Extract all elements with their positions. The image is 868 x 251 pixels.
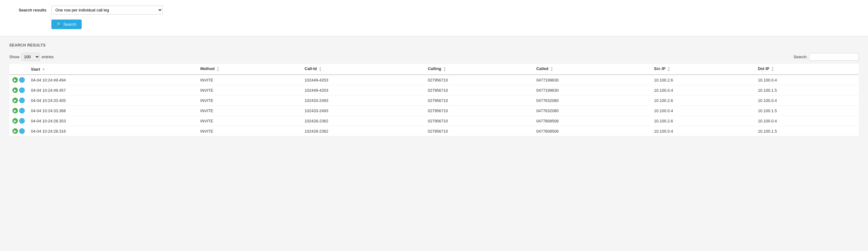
info-icon[interactable]: ⓘ [19,87,25,93]
table-row: ▶ ⓘ 04-04 10:24:33.368INVITE102433-24930… [9,106,859,116]
cell-method: INVITE [197,95,301,106]
table-row: ▶ ⓘ 04-04 10:24:49.457INVITE102449-42030… [9,85,859,95]
col-method[interactable]: Method ▲▼ [197,64,301,75]
row-actions: ▶ ⓘ [9,75,28,85]
sort-called-icon: ▲▼ [550,66,553,72]
cell-call_id: 102428-2362 [302,126,425,136]
cell-called: 0477632080 [533,95,651,106]
play-icon[interactable]: ▶ [12,77,18,83]
cell-src_ip: 10.100.2.6 [651,95,755,106]
row-actions: ▶ ⓘ [9,95,28,106]
table-controls: Show 10 25 50 100 entries Search: [9,53,859,61]
search-label: Search: [794,55,807,59]
col-start[interactable]: Start ▼ [28,64,197,75]
search-button-label: Search [63,22,76,27]
play-icon[interactable]: ▶ [12,97,18,103]
table-row: ▶ ⓘ 04-04 10:24:33.405INVITE102433-24930… [9,95,859,106]
sort-srcip-icon: ▲▼ [668,66,670,72]
cell-called: 0477199630 [533,75,651,85]
row-actions: ▶ ⓘ [9,85,28,95]
cell-start: 04-04 10:24:49.494 [28,75,197,85]
row-actions: ▶ ⓘ [9,126,28,136]
cell-src_ip: 10.100.2.6 [651,116,755,126]
cell-start: 04-04 10:24:28.316 [28,126,197,136]
col-srcip[interactable]: Src IP ▲▼ [651,64,755,75]
sort-calling-icon: ▲▼ [443,66,446,72]
cell-start: 04-04 10:24:49.457 [28,85,197,95]
row-actions: ▶ ⓘ [9,106,28,116]
cell-start: 04-04 10:24:33.368 [28,106,197,116]
row-actions: ▶ ⓘ [9,116,28,126]
col-called[interactable]: Called ▲▼ [533,64,651,75]
cell-method: INVITE [197,116,301,126]
col-calling[interactable]: Calling ▲▼ [425,64,533,75]
cell-src_ip: 10.100.0.4 [651,85,755,95]
cell-src_ip: 10.100.2.6 [651,75,755,85]
info-icon[interactable]: ⓘ [19,118,25,123]
search-btn-row: 🔍 Search [9,20,859,29]
table-search-input[interactable] [809,53,859,61]
cell-calling: 027956710 [425,95,533,106]
show-label: Show [9,55,20,59]
cell-dst_ip: 10.100.1.5 [755,85,859,95]
cell-calling: 027956710 [425,85,533,95]
cell-dst_ip: 10.100.0.4 [755,95,859,106]
table-header-row: Start ▼ Method ▲▼ Call-Id ▲▼ Calling ▲▼ [9,64,859,75]
show-entries: Show 10 25 50 100 entries [9,53,54,61]
table-row: ▶ ⓘ 04-04 10:24:28.353INVITE102428-23620… [9,116,859,126]
search-results-dropdown[interactable]: One row per individual call legOne row p… [51,6,163,15]
info-icon[interactable]: ⓘ [19,77,25,83]
cell-calling: 027956710 [425,126,533,136]
top-section: Search results One row per individual ca… [0,0,868,36]
cell-call_id: 102433-2493 [302,106,425,116]
cell-src_ip: 10.100.0.4 [651,106,755,116]
cell-dst_ip: 10.100.1.5 [755,106,859,116]
cell-calling: 027956710 [425,106,533,116]
cell-calling: 027956710 [425,75,533,85]
table-search: Search: [794,53,859,61]
section-title: SEARCH RESULTS [9,43,859,48]
results-table: Start ▼ Method ▲▼ Call-Id ▲▼ Calling ▲▼ [9,64,859,136]
sort-start-icon: ▼ [42,68,45,71]
search-results-row: Search results One row per individual ca… [9,6,859,15]
search-button[interactable]: 🔍 Search [51,20,82,29]
cell-start: 04-04 10:24:28.353 [28,116,197,126]
search-icon: 🔍 [57,22,62,27]
entries-label: entries [42,55,54,59]
play-icon[interactable]: ▶ [12,118,18,123]
cell-dst_ip: 10.100.0.4 [755,116,859,126]
sort-dstip-icon: ▲▼ [771,66,774,72]
table-row: ▶ ⓘ 04-04 10:24:28.316INVITE102428-23620… [9,126,859,136]
play-icon[interactable]: ▶ [12,108,18,113]
table-row: ▶ ⓘ 04-04 10:24:49.494INVITE102449-42030… [9,75,859,85]
cell-method: INVITE [197,75,301,85]
entries-select[interactable]: 10 25 50 100 [21,53,40,61]
col-dstip[interactable]: Dst IP ▲▼ [755,64,859,75]
sort-method-icon: ▲▼ [217,66,219,72]
results-section: SEARCH RESULTS Show 10 25 50 100 entries… [0,36,868,146]
cell-called: 0477808506 [533,126,651,136]
col-callid[interactable]: Call-Id ▲▼ [302,64,425,75]
cell-called: 0477808506 [533,116,651,126]
cell-call_id: 102428-2362 [302,116,425,126]
cell-dst_ip: 10.100.0.4 [755,75,859,85]
cell-called: 0477632080 [533,106,651,116]
info-icon[interactable]: ⓘ [19,97,25,103]
cell-method: INVITE [197,126,301,136]
cell-calling: 027956710 [425,116,533,126]
col-actions [9,64,28,75]
sort-callid-icon: ▲▼ [319,66,322,72]
cell-call_id: 102449-4203 [302,85,425,95]
cell-called: 0477199630 [533,85,651,95]
play-icon[interactable]: ▶ [12,128,18,134]
info-icon[interactable]: ⓘ [19,108,25,113]
search-results-label: Search results [9,8,46,12]
cell-call_id: 102433-2493 [302,95,425,106]
cell-method: INVITE [197,85,301,95]
cell-src_ip: 10.100.0.4 [651,126,755,136]
cell-call_id: 102449-4203 [302,75,425,85]
cell-dst_ip: 10.100.1.5 [755,126,859,136]
info-icon[interactable]: ⓘ [19,128,25,134]
play-icon[interactable]: ▶ [12,87,18,93]
cell-method: INVITE [197,106,301,116]
